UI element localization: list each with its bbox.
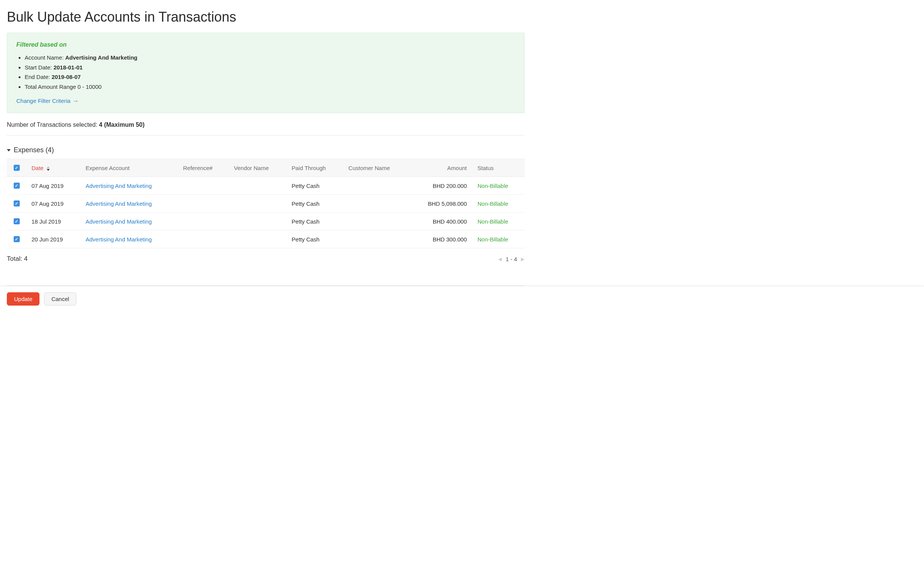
row-checkbox[interactable] [14, 218, 20, 224]
table-footer: Total: 4 ◀ 1 - 4 ▶ [7, 255, 525, 263]
filter-item: Total Amount Range 0 - 10000 [25, 82, 515, 92]
row-checkbox-cell [7, 195, 26, 213]
cell-status: Non-Billable [472, 195, 525, 213]
cell-customer-name [343, 230, 409, 248]
row-checkbox[interactable] [14, 236, 20, 242]
cell-paid-through: Petty Cash [286, 177, 343, 195]
expenses-table-wrap: Date Expense Account Reference# Vendor N… [7, 159, 525, 248]
header-vendor-name[interactable]: Vendor Name [229, 159, 286, 177]
caret-down-icon [7, 149, 11, 152]
filter-list: Account Name: Advertising And Marketing … [16, 53, 515, 92]
header-customer-name[interactable]: Customer Name [343, 159, 409, 177]
cell-date: 07 Aug 2019 [26, 195, 81, 213]
header-amount[interactable]: Amount [409, 159, 472, 177]
cell-reference [178, 230, 229, 248]
filter-item-value: 2019-08-07 [52, 74, 81, 80]
expense-account-link[interactable]: Advertising And Marketing [86, 200, 152, 207]
header-paid-through[interactable]: Paid Through [286, 159, 343, 177]
expense-account-link[interactable]: Advertising And Marketing [86, 182, 152, 189]
cell-vendor-name [229, 230, 286, 248]
cell-date: 20 Jun 2019 [26, 230, 81, 248]
cell-reference [178, 177, 229, 195]
header-date-label: Date [32, 165, 44, 171]
filter-heading: Filtered based on [16, 41, 515, 48]
row-checkbox[interactable] [14, 182, 20, 189]
filter-item-value: Advertising And Marketing [65, 54, 137, 61]
action-bar-wrap: Update Cancel [0, 286, 924, 315]
cell-paid-through: Petty Cash [286, 230, 343, 248]
cell-vendor-name [229, 195, 286, 213]
section-header-expenses[interactable]: Expenses (4) [7, 146, 525, 154]
filter-panel: Filtered based on Account Name: Advertis… [7, 33, 525, 113]
row-checkbox[interactable] [14, 200, 20, 206]
header-checkbox-cell [7, 159, 26, 177]
row-checkbox-cell [7, 230, 26, 248]
cell-status: Non-Billable [472, 213, 525, 230]
header-status[interactable]: Status [472, 159, 525, 177]
pager-range: 1 - 4 [506, 256, 517, 262]
action-bar: Update Cancel [7, 292, 538, 306]
total-text: Total: 4 [7, 255, 28, 263]
cell-expense-account: Advertising And Marketing [81, 177, 178, 195]
cell-expense-account: Advertising And Marketing [81, 213, 178, 230]
cell-amount: BHD 200.000 [409, 177, 472, 195]
update-button[interactable]: Update [7, 292, 39, 306]
cell-customer-name [343, 195, 409, 213]
pager: ◀ 1 - 4 ▶ [498, 256, 525, 262]
header-expense-account[interactable]: Expense Account [81, 159, 178, 177]
selected-count-row: Number of Transactions selected: 4 (Maxi… [7, 121, 525, 128]
cell-reference [178, 213, 229, 230]
divider [7, 135, 525, 135]
cell-status: Non-Billable [472, 177, 525, 195]
table-row: 20 Jun 2019Advertising And MarketingPett… [7, 230, 525, 248]
cell-expense-account: Advertising And Marketing [81, 230, 178, 248]
table-row: 18 Jul 2019Advertising And MarketingPett… [7, 213, 525, 230]
table-row: 07 Aug 2019Advertising And MarketingPett… [7, 195, 525, 213]
filter-item-label: Total Amount Range 0 - 10000 [25, 84, 102, 90]
filter-item: End Date: 2019-08-07 [25, 72, 515, 82]
cell-paid-through: Petty Cash [286, 195, 343, 213]
filter-item-label: End Date: [25, 74, 52, 80]
change-filter-link-label: Change Filter Criteria [16, 98, 71, 104]
cell-date: 07 Aug 2019 [26, 177, 81, 195]
cell-paid-through: Petty Cash [286, 213, 343, 230]
expense-account-link[interactable]: Advertising And Marketing [86, 218, 152, 225]
filter-item-label: Account Name: [25, 54, 65, 61]
sort-icon [47, 166, 50, 171]
cell-amount: BHD 300.000 [409, 230, 472, 248]
filter-item-value: 2018-01-01 [53, 64, 83, 71]
row-checkbox-cell [7, 213, 26, 230]
cell-status: Non-Billable [472, 230, 525, 248]
filter-item: Account Name: Advertising And Marketing [25, 53, 515, 63]
table-row: 07 Aug 2019Advertising And MarketingPett… [7, 177, 525, 195]
page-title: Bulk Update Accounts in Transactions [7, 9, 525, 25]
selected-count-label: Number of Transactions selected: [7, 121, 99, 128]
pager-prev-icon[interactable]: ◀ [498, 256, 502, 262]
filter-item-label: Start Date: [25, 64, 53, 71]
cell-amount: BHD 5,098.000 [409, 195, 472, 213]
expenses-table: Date Expense Account Reference# Vendor N… [7, 159, 525, 248]
pager-next-icon[interactable]: ▶ [521, 256, 525, 262]
cell-customer-name [343, 213, 409, 230]
cell-amount: BHD 400.000 [409, 213, 472, 230]
filter-item: Start Date: 2018-01-01 [25, 63, 515, 73]
arrow-right-icon: → [73, 98, 79, 104]
page-container: Bulk Update Accounts in Transactions Fil… [0, 0, 532, 286]
cell-date: 18 Jul 2019 [26, 213, 81, 230]
header-date[interactable]: Date [26, 159, 81, 177]
change-filter-link[interactable]: Change Filter Criteria → [16, 98, 79, 104]
table-body: 07 Aug 2019Advertising And MarketingPett… [7, 177, 525, 248]
row-checkbox-cell [7, 177, 26, 195]
header-reference[interactable]: Reference# [178, 159, 229, 177]
section-title: Expenses (4) [14, 146, 54, 154]
select-all-checkbox[interactable] [14, 165, 20, 171]
cell-vendor-name [229, 177, 286, 195]
cell-vendor-name [229, 213, 286, 230]
cancel-button[interactable]: Cancel [44, 292, 76, 306]
table-header: Date Expense Account Reference# Vendor N… [7, 159, 525, 177]
cell-reference [178, 195, 229, 213]
cell-customer-name [343, 177, 409, 195]
expense-account-link[interactable]: Advertising And Marketing [86, 236, 152, 243]
cell-expense-account: Advertising And Marketing [81, 195, 178, 213]
selected-count-value: 4 (Maximum 50) [99, 121, 145, 128]
